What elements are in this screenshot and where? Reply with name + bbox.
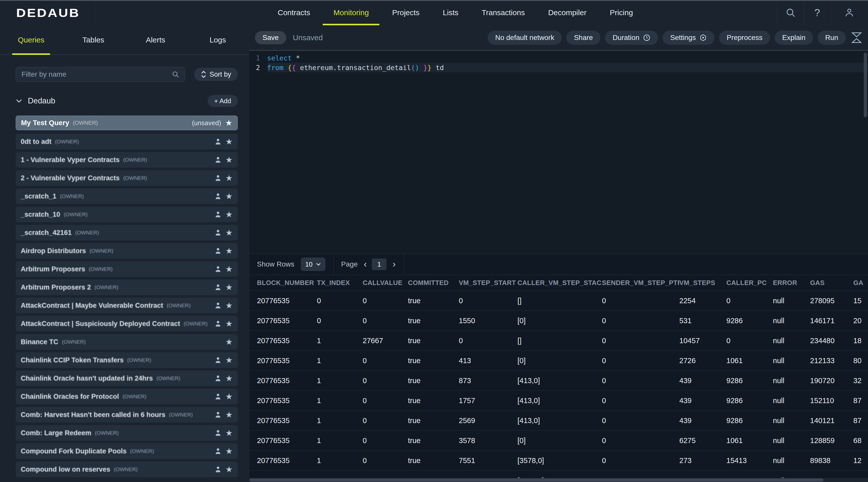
nav-item-lists[interactable]: Lists: [443, 0, 459, 25]
nav-item-projects[interactable]: Projects: [392, 0, 419, 25]
query-item[interactable]: AttackContract | Suspiciously Deployed C…: [16, 316, 238, 331]
table-row[interactable]: 2077653510true873[413,0]04399286null1907…: [249, 371, 868, 390]
table-cell: 0: [726, 297, 773, 305]
horizontal-scrollbar[interactable]: [249, 478, 868, 482]
table-row[interactable]: 2077653500true0[]022540null27809515: [249, 291, 868, 311]
horizontal-scrollbar-thumb[interactable]: [249, 478, 824, 481]
run-button[interactable]: Run: [818, 31, 846, 45]
next-page-button[interactable]: ›: [393, 260, 396, 269]
favorite-star-icon[interactable]: ★: [225, 211, 233, 219]
query-item[interactable]: Comb: Harvest Hasn't been called in 6 ho…: [16, 407, 238, 423]
prev-page-button[interactable]: ‹: [364, 260, 367, 269]
table-row[interactable]: 2077653510true3578[0]062751061null128859…: [249, 430, 868, 450]
duration-button[interactable]: Duration: [605, 31, 658, 45]
explain-button[interactable]: Explain: [775, 31, 813, 45]
table-row[interactable]: 2077653510true413[0]027261061null2121338…: [249, 351, 868, 371]
query-name: Arbitrum Proposers: [21, 265, 85, 273]
table-row[interactable]: 2077653510true7551[3578,0]027315413null8…: [249, 450, 868, 470]
favorite-star-icon[interactable]: ★: [225, 429, 233, 437]
table-row[interactable]: 20776535127667true0[]0104570null23448018: [249, 330, 868, 351]
query-item[interactable]: 0dt to adt(OWNER)★: [16, 134, 238, 150]
favorite-star-icon[interactable]: ★: [225, 137, 233, 146]
query-item[interactable]: Chainlink CCIP Token Transfers(OWNER)★: [16, 352, 238, 368]
show-rows-select[interactable]: 10: [301, 258, 325, 271]
table-cell: 0: [459, 336, 518, 345]
help-button[interactable]: ?: [804, 0, 830, 25]
query-item[interactable]: 2 - Vulnerable Vyper Contracts(OWNER)★: [16, 170, 238, 186]
tab-alerts[interactable]: Alerts: [124, 25, 187, 54]
query-item[interactable]: _scratch_1(OWNER)★: [16, 188, 238, 204]
nav-item-monitoring[interactable]: Monitoring: [333, 0, 369, 25]
favorite-star-icon[interactable]: ★: [225, 119, 232, 127]
table-cell: null: [773, 417, 810, 425]
table-row[interactable]: 2077653500true1550[0]05319286null1461712…: [249, 311, 868, 330]
query-item[interactable]: 1 - Vulnerable Vyper Contracts(OWNER)★: [16, 152, 238, 168]
favorite-star-icon[interactable]: ★: [225, 356, 233, 364]
query-item[interactable]: Chainlink Oracle hasn't updated in 24hrs…: [16, 371, 238, 386]
table-cell: null: [773, 317, 810, 325]
page-number[interactable]: 1: [372, 258, 386, 270]
favorite-star-icon[interactable]: ★: [225, 392, 233, 400]
favorite-star-icon[interactable]: ★: [225, 229, 233, 237]
favorite-star-icon[interactable]: ★: [225, 156, 233, 164]
query-item[interactable]: _scratch_42161(OWNER)★: [16, 225, 238, 240]
query-item[interactable]: AttackContract | Maybe Vulnerable Contra…: [16, 298, 238, 313]
account-button[interactable]: [830, 0, 868, 25]
editor-scrollbar[interactable]: [864, 53, 867, 117]
favorite-star-icon[interactable]: ★: [225, 320, 233, 328]
filter-input[interactable]: [22, 70, 172, 78]
favorite-star-icon[interactable]: ★: [225, 301, 233, 310]
nav-item-decompiler[interactable]: Decompiler: [548, 0, 587, 25]
favorite-star-icon[interactable]: ★: [225, 247, 233, 255]
table-cell: 1061: [726, 357, 773, 365]
dedaub-logo: DEDAUB: [16, 6, 80, 20]
favorite-star-icon[interactable]: ★: [225, 465, 233, 473]
code-token: {: [292, 64, 296, 71]
favorite-star-icon[interactable]: ★: [225, 174, 233, 182]
settings-button[interactable]: Settings: [663, 31, 714, 45]
table-row[interactable]: 2077653510true1757[413,0]04399286null152…: [249, 390, 868, 411]
save-button[interactable]: Save: [255, 31, 286, 44]
sql-editor[interactable]: 1select *2from {{ ethereum.transaction_d…: [249, 51, 868, 254]
query-item[interactable]: Arbitrum Proposers 2(OWNER)★: [16, 280, 238, 295]
add-query-button[interactable]: + Add: [208, 95, 238, 107]
query-item[interactable]: Chainlink Oracles for Protocol(OWNER)★: [16, 389, 238, 405]
shared-user-icon: [214, 265, 222, 273]
query-item[interactable]: Airdrop Distributors(OWNER)★: [16, 243, 238, 259]
query-item-selected[interactable]: My Test Query(OWNER)(unsaved)★: [16, 116, 238, 130]
search-button[interactable]: [777, 0, 804, 25]
table-cell: 20776535: [257, 437, 317, 445]
nav-item-pricing[interactable]: Pricing: [610, 0, 633, 25]
sort-by-button[interactable]: Sort by: [194, 68, 238, 81]
favorite-star-icon[interactable]: ★: [225, 411, 233, 419]
results-table: BLOCK_NUMBERTX_INDEXCALLVALUECOMMITTEDVM…: [249, 275, 868, 481]
query-item[interactable]: Comb: Large Redeem(OWNER)★: [16, 425, 238, 441]
shared-user-icon: [214, 138, 222, 146]
favorite-star-icon[interactable]: ★: [225, 192, 233, 200]
shared-user-icon: [214, 229, 222, 236]
no-default-network-button[interactable]: No default network: [488, 31, 562, 45]
tab-queries[interactable]: Queries: [0, 25, 62, 54]
tab-tables[interactable]: Tables: [62, 25, 124, 54]
query-item[interactable]: Compound Fork Duplicate Pools(OWNER)★: [16, 443, 238, 459]
query-item[interactable]: Binance TC(OWNER)★: [16, 334, 238, 350]
favorite-star-icon[interactable]: ★: [225, 447, 233, 455]
table-cell: 0: [602, 377, 679, 385]
favorite-star-icon[interactable]: ★: [225, 374, 233, 382]
query-item[interactable]: Compound low on reserves(OWNER)★: [16, 461, 238, 477]
favorite-star-icon[interactable]: ★: [225, 265, 233, 273]
table-cell: 1061: [726, 437, 773, 445]
favorite-star-icon[interactable]: ★: [225, 338, 233, 346]
table-row[interactable]: 2077653510true2569[413,0]04399286null140…: [249, 411, 868, 430]
query-item[interactable]: _scratch_10(OWNER)★: [16, 206, 238, 222]
favorite-star-icon[interactable]: ★: [225, 283, 233, 291]
workspace-group-toggle[interactable]: Dedaub: [16, 96, 55, 105]
expand-editor-button[interactable]: [851, 31, 862, 44]
nav-item-contracts[interactable]: Contracts: [278, 0, 310, 25]
table-cell: 89838: [810, 456, 853, 465]
preprocess-button[interactable]: Preprocess: [719, 31, 770, 45]
share-button[interactable]: Share: [566, 31, 600, 45]
nav-item-transactions[interactable]: Transactions: [482, 0, 525, 25]
tab-logs[interactable]: Logs: [187, 25, 249, 54]
query-item[interactable]: Arbitrum Proposers(OWNER)★: [16, 261, 238, 277]
